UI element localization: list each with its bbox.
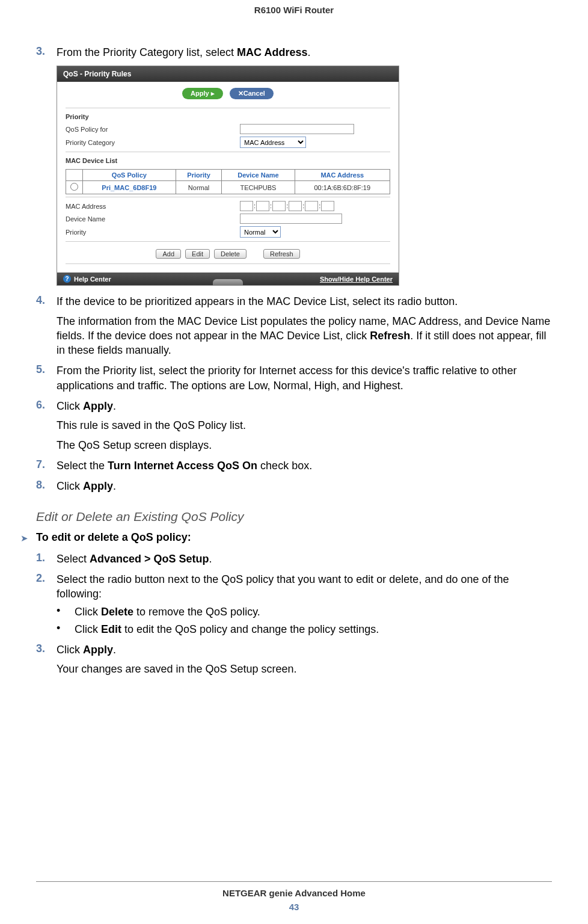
step-3: 3. From the Priority Category list, sele… xyxy=(36,45,552,60)
t-bold: Turn Internet Access QoS On xyxy=(108,460,257,472)
t: to edit the QoS policy and change the po… xyxy=(121,623,379,635)
t: Click xyxy=(57,480,83,492)
help-center[interactable]: ? Help Center xyxy=(63,275,111,283)
step-6: 6. Click Apply. xyxy=(36,399,552,413)
step-8: 8. Click Apply. xyxy=(36,479,552,493)
procedure-heading: ➤ To edit or delete a QoS policy: xyxy=(20,531,552,546)
priority-category-select[interactable]: MAC Address xyxy=(240,137,306,148)
t-bold: Advanced > QoS Setup xyxy=(90,553,209,565)
arrow-icon: ➤ xyxy=(20,531,36,546)
label: MAC Address xyxy=(66,203,240,210)
refresh-button[interactable]: Refresh xyxy=(263,249,300,259)
t-bold: Refresh xyxy=(370,330,410,342)
th-priority: Priority xyxy=(176,170,222,181)
priority-select[interactable]: Normal xyxy=(240,226,281,238)
divider xyxy=(66,241,390,242)
mac-seg-6[interactable] xyxy=(321,201,334,211)
edit-button[interactable]: Edit xyxy=(185,249,210,259)
step-text: Select the radio button next to the QoS … xyxy=(57,572,552,602)
step-5: 5. From the Priority list, select the pr… xyxy=(36,363,552,393)
step-text: Click Apply. xyxy=(57,479,552,493)
divider xyxy=(66,108,390,108)
bullet-icon: • xyxy=(57,622,75,636)
apply-button[interactable]: Apply ▸ xyxy=(182,88,223,99)
step-text: Select the Turn Internet Access QoS On c… xyxy=(57,458,552,473)
t-bold: Delete xyxy=(101,606,133,618)
bullet-1: • Click Delete to remove the QoS policy. xyxy=(57,605,552,619)
t: . xyxy=(113,400,116,412)
step-number: 6. xyxy=(36,399,57,413)
procedure-title: To edit or delete a QoS policy: xyxy=(36,531,191,544)
th-device: Device Name xyxy=(222,170,295,181)
bullet-text: Click Delete to remove the QoS policy. xyxy=(75,605,552,619)
screenshot-qos-priority-rules: QoS - Priority Rules Apply ▸ ✕Cancel Pri… xyxy=(57,66,399,286)
add-button[interactable]: Add xyxy=(156,249,181,259)
show-hide-help[interactable]: Show/Hide Help Center xyxy=(320,276,393,283)
th-radio xyxy=(66,170,83,181)
device-name-row: Device Name xyxy=(66,212,390,225)
t: Click xyxy=(57,644,83,656)
step-text: Select Advanced > QoS Setup. xyxy=(57,552,552,566)
delete-button[interactable]: Delete xyxy=(214,249,247,259)
t-bold: Apply xyxy=(83,480,113,492)
priority-row: Priority Normal xyxy=(66,225,390,239)
step-number: 5. xyxy=(36,363,57,393)
row-radio[interactable] xyxy=(70,183,78,191)
mac-address-row: MAC Address : : : : : xyxy=(66,200,390,212)
section-heading: Edit or Delete an Existing QoS Policy xyxy=(36,510,552,524)
table-header-row: QoS Policy Priority Device Name MAC Addr… xyxy=(66,170,390,181)
mac-seg-4[interactable] xyxy=(289,201,302,211)
qos-policy-for-input[interactable] xyxy=(240,124,354,134)
help-label: Help Center xyxy=(74,276,111,283)
t-bold: Edit xyxy=(101,623,121,635)
cancel-button[interactable]: ✕Cancel xyxy=(230,88,274,99)
step-text: Click Apply. xyxy=(57,642,552,657)
t: Select the xyxy=(57,460,108,472)
step-text: From the Priority list, select the prior… xyxy=(57,363,552,393)
t: to remove the QoS policy. xyxy=(133,606,260,618)
mac-seg-5[interactable] xyxy=(305,201,318,211)
label: QoS Policy for xyxy=(66,126,240,133)
step-number: 3. xyxy=(36,45,57,60)
sec2-step-3: 3. Click Apply. xyxy=(36,642,552,657)
t: From the Priority Category list, select xyxy=(57,46,237,58)
label: Device Name xyxy=(66,215,240,223)
step-text: From the Priority Category list, select … xyxy=(57,45,552,60)
label: Priority Category xyxy=(66,139,240,146)
th-mac: MAC Address xyxy=(295,170,390,181)
device-name-input[interactable] xyxy=(240,214,342,224)
sec2-step-1: 1. Select Advanced > QoS Setup. xyxy=(36,552,552,566)
mac-seg-3[interactable] xyxy=(272,201,286,211)
grip-icon[interactable] xyxy=(213,279,243,285)
panel-buttons: Apply ▸ ✕Cancel xyxy=(57,82,399,104)
row-policy[interactable]: Pri_MAC_6D8F19 xyxy=(83,181,176,194)
step-text: If the device to be prioritized appears … xyxy=(57,294,552,309)
priority-category-row: Priority Category MAC Address xyxy=(66,135,390,149)
policy-link[interactable]: Pri_MAC_6D8F19 xyxy=(102,184,156,191)
bullet-text: Click Edit to edit the QoS policy and ch… xyxy=(75,622,552,636)
t: . xyxy=(307,46,310,58)
row-mac: 00:1A:6B:6D:8F:19 xyxy=(295,181,390,194)
t: . xyxy=(209,553,212,565)
page-footer: NETGEAR genie Advanced Home 43 xyxy=(36,881,552,912)
t: check box. xyxy=(257,460,312,472)
mac-input-group: : : : : : xyxy=(240,201,334,211)
step-number: 2. xyxy=(36,572,57,602)
page-number: 43 xyxy=(36,902,552,912)
t-bold: MAC Address xyxy=(237,46,307,58)
mac-seg-1[interactable] xyxy=(240,201,253,211)
table-row: Pri_MAC_6D8F19 Normal TECHPUBS 00:1A:6B:… xyxy=(66,181,390,194)
running-header: R6100 WiFi Router xyxy=(36,0,552,39)
t: Click xyxy=(75,623,101,635)
row-device: TECHPUBS xyxy=(222,181,295,194)
step-6-para-1: This rule is saved in the QoS Policy lis… xyxy=(57,418,552,433)
t-bold: Apply xyxy=(83,400,113,412)
t: Click xyxy=(57,400,83,412)
footer-rule xyxy=(36,881,552,882)
mac-seg-2[interactable] xyxy=(256,201,269,211)
t: Click xyxy=(75,606,101,618)
divider xyxy=(66,197,390,197)
t: . xyxy=(113,480,116,492)
step-text: Click Apply. xyxy=(57,399,552,413)
divider xyxy=(66,152,390,152)
